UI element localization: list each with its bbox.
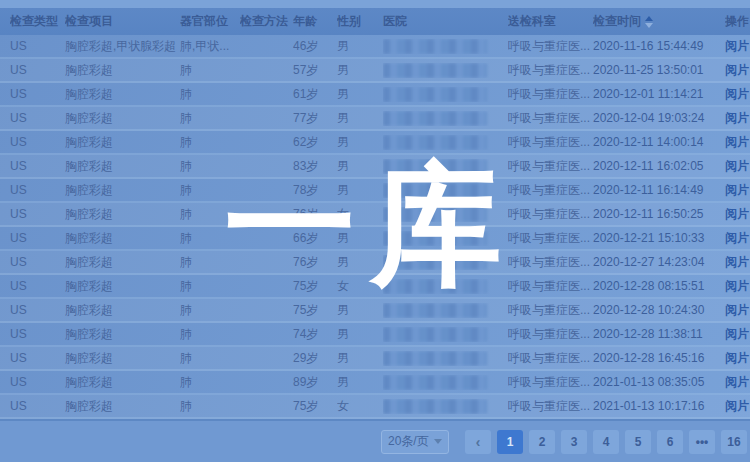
page-button-5[interactable]: 5	[625, 430, 651, 454]
cell-age: 78岁	[293, 182, 337, 199]
redacted-hospital-name	[383, 39, 487, 54]
cell-hospital	[383, 279, 508, 294]
sort-caret-up-icon[interactable]	[645, 16, 653, 21]
table-row: US胸腔彩超肺75岁女呼吸与重症医...2021-01-13 10:17:16阅…	[0, 395, 750, 419]
redacted-hospital-name	[383, 399, 487, 414]
view-image-link[interactable]: 阅片	[725, 63, 749, 77]
column-header-label: 检查时间	[593, 14, 641, 28]
more-pages-button[interactable]: •••	[689, 430, 715, 454]
redacted-hospital-name	[383, 135, 487, 150]
column-header-label: 操作	[725, 14, 749, 28]
cell-item: 胸腔彩超	[65, 182, 180, 199]
cell-action: 阅片	[725, 182, 750, 199]
table-row: US胸腔彩超肺62岁男呼吸与重症医...2020-12-11 14:00:14阅…	[0, 131, 750, 155]
cell-age: 77岁	[293, 110, 337, 127]
view-image-link[interactable]: 阅片	[725, 255, 749, 269]
cell-gender: 女	[337, 278, 383, 295]
column-header-label: 器官部位	[180, 14, 228, 28]
view-image-link[interactable]: 阅片	[725, 375, 749, 389]
page-button-2[interactable]: 2	[529, 430, 555, 454]
cell-part: 肺	[180, 326, 240, 343]
cell-type: US	[10, 39, 65, 53]
column-header-hospital: 医院	[383, 13, 508, 30]
column-header-time[interactable]: 检查时间	[593, 13, 725, 30]
view-image-link[interactable]: 阅片	[725, 135, 749, 149]
cell-dept: 呼吸与重症医...	[508, 374, 593, 391]
sort-carets[interactable]	[645, 16, 653, 28]
redacted-hospital-name	[383, 183, 487, 198]
page-button-3[interactable]: 3	[561, 430, 587, 454]
redacted-hospital-name	[383, 375, 487, 390]
view-image-link[interactable]: 阅片	[725, 399, 749, 413]
cell-age: 75岁	[293, 278, 337, 295]
view-image-link[interactable]: 阅片	[725, 231, 749, 245]
cell-action: 阅片	[725, 38, 750, 55]
cell-item: 胸腔彩超	[65, 374, 180, 391]
page-button-16[interactable]: 16	[721, 430, 747, 454]
cell-gender: 男	[337, 302, 383, 319]
view-image-link[interactable]: 阅片	[725, 279, 749, 293]
column-header-label: 检查类型	[10, 14, 58, 28]
redacted-hospital-name	[383, 351, 487, 366]
cell-item: 胸腔彩超	[65, 134, 180, 151]
cell-part: 肺	[180, 398, 240, 415]
column-header-label: 年龄	[293, 14, 317, 28]
redacted-hospital-name	[383, 87, 487, 102]
redacted-hospital-name	[383, 279, 487, 294]
cell-time: 2020-12-28 16:45:16	[593, 351, 725, 365]
view-image-link[interactable]: 阅片	[725, 303, 749, 317]
cell-dept: 呼吸与重症医...	[508, 38, 593, 55]
view-image-link[interactable]: 阅片	[725, 111, 749, 125]
cell-age: 61岁	[293, 86, 337, 103]
page-size-select[interactable]: 20条/页	[381, 430, 449, 454]
page-button-4[interactable]: 4	[593, 430, 619, 454]
cell-hospital	[383, 39, 508, 54]
table-row: US胸腔彩超肺66岁男呼吸与重症医...2020-12-21 15:10:33阅…	[0, 227, 750, 251]
cell-dept: 呼吸与重症医...	[508, 254, 593, 271]
column-header-part: 器官部位	[180, 13, 240, 30]
cell-hospital	[383, 351, 508, 366]
table-row: US胸腔彩超肺61岁男呼吸与重症医...2020-12-01 11:14:21阅…	[0, 83, 750, 107]
cell-type: US	[10, 111, 65, 125]
cell-part: 肺	[180, 374, 240, 391]
cell-gender: 男	[337, 38, 383, 55]
column-header-age: 年龄	[293, 13, 337, 30]
view-image-link[interactable]: 阅片	[725, 327, 749, 341]
cell-hospital	[383, 231, 508, 246]
sort-caret-down-icon[interactable]	[645, 23, 653, 28]
view-image-link[interactable]: 阅片	[725, 183, 749, 197]
view-image-link[interactable]: 阅片	[725, 207, 749, 221]
cell-type: US	[10, 351, 65, 365]
cell-time: 2021-01-13 10:17:16	[593, 399, 725, 413]
cell-dept: 呼吸与重症医...	[508, 134, 593, 151]
table-row: US胸腔彩超,甲状腺彩超肺,甲状...46岁男呼吸与重症医...2020-11-…	[0, 35, 750, 59]
view-image-link[interactable]: 阅片	[725, 87, 749, 101]
page-button-1[interactable]: 1	[497, 430, 523, 454]
cell-action: 阅片	[725, 398, 750, 415]
cell-dept: 呼吸与重症医...	[508, 158, 593, 175]
cell-type: US	[10, 255, 65, 269]
cell-part: 肺	[180, 302, 240, 319]
table-row: US胸腔彩超肺83岁男呼吸与重症医...2020-12-11 16:02:05阅…	[0, 155, 750, 179]
cell-dept: 呼吸与重症医...	[508, 110, 593, 127]
cell-type: US	[10, 87, 65, 101]
table-row: US胸腔彩超肺29岁男呼吸与重症医...2020-12-28 16:45:16阅…	[0, 347, 750, 371]
cell-dept: 呼吸与重症医...	[508, 302, 593, 319]
cell-hospital	[383, 135, 508, 150]
cell-gender: 男	[337, 326, 383, 343]
view-image-link[interactable]: 阅片	[725, 39, 749, 53]
cell-dept: 呼吸与重症医...	[508, 278, 593, 295]
cell-action: 阅片	[725, 326, 750, 343]
prev-page-button[interactable]: ‹	[465, 430, 491, 454]
page-size-label: 20条/页	[388, 433, 429, 450]
column-header-method: 检查方法	[240, 13, 293, 30]
cell-time: 2020-12-11 16:50:25	[593, 207, 725, 221]
cell-item: 胸腔彩超	[65, 206, 180, 223]
page-button-6[interactable]: 6	[657, 430, 683, 454]
cell-time: 2020-12-01 11:14:21	[593, 87, 725, 101]
view-image-link[interactable]: 阅片	[725, 351, 749, 365]
table-body: US胸腔彩超,甲状腺彩超肺,甲状...46岁男呼吸与重症医...2020-11-…	[0, 35, 750, 419]
pagination-bar: 20条/页 ‹ 123456•••16	[0, 421, 750, 462]
cell-time: 2020-12-28 10:24:30	[593, 303, 725, 317]
view-image-link[interactable]: 阅片	[725, 159, 749, 173]
